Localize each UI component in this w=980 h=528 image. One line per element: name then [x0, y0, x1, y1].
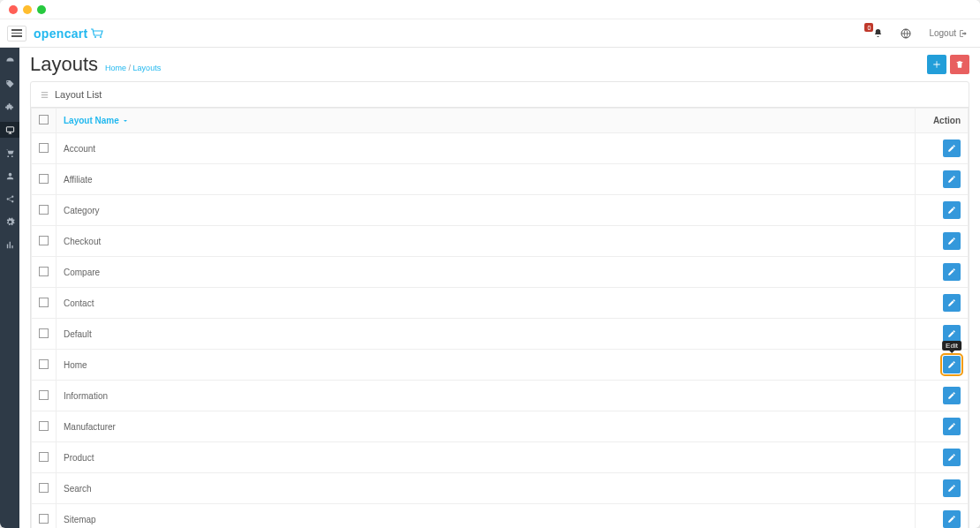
col-header-action: Action [916, 109, 969, 133]
sidebar-item-marketing[interactable] [0, 191, 19, 207]
table-row: Compare [32, 257, 969, 288]
sidebar-item-sales[interactable] [0, 145, 19, 161]
shopping-cart-icon [5, 148, 15, 158]
window-close-icon[interactable] [9, 5, 18, 14]
tags-icon [5, 79, 15, 89]
pencil-icon [947, 360, 956, 369]
row-checkbox[interactable] [39, 483, 49, 493]
delete-button[interactable] [950, 55, 969, 74]
sidebar-item-catalog[interactable] [0, 76, 19, 92]
row-checkbox[interactable] [39, 236, 49, 245]
row-name: Sitemap [57, 504, 916, 529]
row-checkbox[interactable] [39, 205, 49, 215]
table-row: Affiliate [32, 164, 969, 195]
svg-point-1 [100, 36, 102, 38]
sidebar-item-design[interactable] [0, 122, 19, 138]
sidebar-nav [0, 48, 19, 528]
edit-button[interactable] [943, 510, 961, 528]
add-button[interactable] [927, 55, 946, 74]
sidebar-item-dashboard[interactable] [0, 53, 19, 69]
col-header-name[interactable]: Layout Name [57, 109, 916, 133]
edit-button[interactable] [943, 263, 961, 281]
layout-list-panel: Layout List Layout Name Action [30, 81, 969, 528]
pencil-icon [947, 453, 956, 462]
brand-logo[interactable]: opencart [34, 26, 104, 41]
table-row: Account [32, 133, 969, 164]
pencil-icon [947, 515, 956, 524]
svg-point-6 [11, 200, 13, 202]
row-name: Compare [57, 257, 916, 288]
row-checkbox[interactable] [39, 359, 49, 369]
row-checkbox[interactable] [39, 452, 49, 462]
pencil-icon [947, 144, 956, 153]
breadcrumb-current[interactable]: Layouts [133, 64, 162, 72]
edit-button[interactable] [943, 479, 961, 497]
cart-icon [90, 28, 104, 39]
edit-button[interactable] [943, 325, 961, 343]
table-row: Default [32, 319, 969, 350]
row-checkbox[interactable] [39, 328, 49, 338]
svg-rect-3 [6, 126, 13, 132]
edit-button[interactable] [943, 449, 961, 466]
row-checkbox[interactable] [39, 298, 49, 307]
table-row: Search [32, 473, 969, 504]
table-row: Product [32, 442, 969, 473]
trash-icon [955, 60, 964, 69]
row-name: Product [57, 442, 916, 473]
edit-button[interactable] [943, 418, 961, 435]
pencil-icon [947, 329, 956, 338]
bar-chart-icon [5, 240, 15, 250]
table-row: Category [32, 195, 969, 226]
sidebar-item-extensions[interactable] [0, 99, 19, 115]
edit-button[interactable] [943, 170, 961, 188]
window-min-icon[interactable] [23, 5, 32, 14]
row-checkbox[interactable] [39, 514, 49, 524]
table-row: Checkout [32, 226, 969, 257]
table-row: Contact [32, 288, 969, 319]
row-name: Affiliate [57, 164, 916, 195]
storefront-link[interactable] [895, 25, 916, 42]
row-name: Home [57, 350, 916, 381]
table-row: Manufacturer [32, 411, 969, 442]
brand-text: opencart [34, 26, 88, 41]
monitor-icon [5, 125, 15, 135]
notifications-badge: 0 [864, 23, 873, 32]
user-icon [5, 171, 15, 181]
svg-point-4 [6, 198, 8, 200]
row-checkbox[interactable] [39, 390, 49, 400]
edit-button[interactable] [943, 232, 961, 250]
menu-toggle-button[interactable] [7, 26, 26, 41]
logout-icon [959, 29, 968, 38]
edit-button[interactable] [943, 201, 961, 219]
breadcrumb: Home / Layouts [105, 64, 161, 72]
edit-button[interactable]: Edit [943, 356, 961, 373]
panel-title: Layout List [55, 89, 102, 100]
plus-icon [932, 60, 941, 69]
breadcrumb-home[interactable]: Home [105, 64, 126, 72]
chevron-down-icon [122, 117, 129, 124]
sidebar-item-customers[interactable] [0, 168, 19, 184]
table-row: Information [32, 381, 969, 411]
edit-button[interactable] [943, 140, 961, 157]
logout-link[interactable]: Logout [923, 25, 973, 41]
row-name: Account [57, 133, 916, 164]
select-all-checkbox[interactable] [39, 115, 49, 124]
list-icon [40, 90, 49, 100]
globe-icon [901, 28, 911, 39]
row-name: Search [57, 473, 916, 504]
sidebar-item-reports[interactable] [0, 237, 19, 253]
row-checkbox[interactable] [39, 267, 49, 276]
share-icon [5, 194, 15, 204]
row-checkbox[interactable] [39, 421, 49, 431]
pencil-icon [947, 391, 956, 400]
notifications-button[interactable]: 0 [868, 25, 888, 41]
row-name: Manufacturer [57, 411, 916, 442]
edit-button[interactable] [943, 294, 961, 312]
sidebar-item-system[interactable] [0, 214, 19, 230]
edit-button[interactable] [943, 387, 961, 404]
window-max-icon[interactable] [37, 5, 46, 14]
row-checkbox[interactable] [39, 143, 49, 153]
logout-label: Logout [929, 28, 956, 38]
row-checkbox[interactable] [39, 174, 49, 184]
table-row: Sitemap [32, 504, 969, 529]
